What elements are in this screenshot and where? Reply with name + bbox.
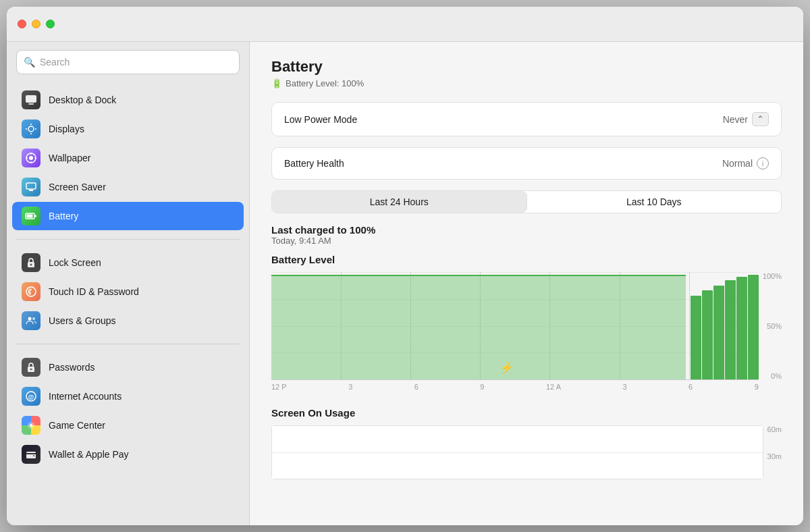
svg-point-10: [30, 161, 32, 163]
svg-point-2: [28, 126, 34, 132]
sidebar-item-users-groups[interactable]: Users & Groups: [12, 307, 244, 335]
x-label-12p: 12 P: [271, 383, 287, 391]
battery-health-label: Battery Health: [284, 158, 344, 169]
charged-section: Last charged to 100% Today, 9:41 AM: [271, 224, 782, 246]
battery-chart-section: Battery Level: [271, 254, 782, 394]
wallpaper-icon: [22, 149, 40, 167]
low-power-card: Low Power Mode Never ⌃: [271, 102, 782, 136]
passwords-icon: [22, 358, 40, 377]
x-label-9a: 9: [480, 383, 484, 391]
minimize-button[interactable]: [32, 20, 40, 28]
sidebar-item-battery[interactable]: Battery: [12, 202, 244, 230]
screen-grid-mid: [272, 452, 763, 453]
bar-3: [713, 286, 724, 380]
search-box[interactable]: 🔍 Search: [16, 50, 240, 74]
sidebar-item-desktop-dock[interactable]: Desktop & Dock: [12, 86, 244, 114]
screen-y-30m: 30m: [767, 452, 782, 460]
sidebar-section-accounts: Passwords @ Internet Accounts: [7, 350, 249, 472]
svg-rect-17: [27, 215, 33, 218]
sidebar-label-internet-accounts: Internet Accounts: [49, 391, 122, 402]
svg-rect-13: [26, 183, 36, 189]
svg-point-29: [30, 424, 32, 427]
internet-accounts-icon: @: [22, 387, 40, 406]
svg-point-19: [30, 264, 32, 266]
chart-x-labels: 12 P 3 6 9 12 A 3 6 9: [271, 380, 759, 391]
svg-rect-30: [26, 452, 36, 458]
maximize-button[interactable]: [46, 20, 55, 28]
sidebar-label-game-center: Game Center: [49, 420, 105, 431]
x-label-12: 12 A: [546, 383, 561, 391]
battery-level-icon: 🔋: [271, 78, 282, 88]
divider-1: [16, 239, 240, 240]
tab-last-10-days[interactable]: Last 10 Days: [527, 191, 782, 213]
sidebar-item-wallet[interactable]: Wallet & Apple Pay: [12, 440, 244, 469]
sidebar-label-displays: Displays: [49, 124, 84, 134]
game-center-icon: [22, 416, 40, 435]
y-label-100: 100%: [763, 272, 782, 280]
low-power-row: Low Power Mode Never ⌃: [272, 103, 781, 136]
battery-level-chart-title: Battery Level: [271, 254, 782, 265]
sidebar-item-screen-saver[interactable]: Screen Saver: [12, 173, 244, 201]
vgrid-6: [689, 272, 690, 379]
battery-health-value-text: Normal: [722, 158, 753, 169]
sidebar-item-internet-accounts[interactable]: @ Internet Accounts: [12, 382, 244, 410]
lock-screen-icon: [22, 253, 40, 272]
page-subtitle: 🔋 Battery Level: 100%: [271, 78, 782, 88]
titlebar: [7, 7, 803, 42]
screen-chart-area: [271, 425, 763, 479]
sidebar: 🔍 Search Desktop & Dock: [7, 42, 250, 525]
sidebar-label-wallet: Wallet & Apple Pay: [49, 449, 129, 460]
x-label-3a: 3: [348, 383, 352, 391]
tab-last-24-hours[interactable]: Last 24 Hours: [272, 191, 526, 213]
battery-chart-area: ⚡: [271, 272, 759, 380]
low-power-label: Low Power Mode: [284, 114, 357, 125]
sidebar-label-users-groups: Users & Groups: [49, 315, 116, 326]
x-label-6b: 6: [688, 383, 693, 391]
screen-y-60m: 60m: [767, 425, 782, 433]
battery-health-value: Normal i: [722, 157, 769, 169]
bar-6: [748, 275, 759, 379]
touch-id-icon: [22, 282, 40, 301]
sidebar-label-screen-saver: Screen Saver: [49, 182, 106, 192]
main-content: Battery 🔋 Battery Level: 100% Low Power …: [250, 42, 803, 525]
charged-title: Last charged to 100%: [271, 224, 782, 236]
battery-fill-main: [271, 275, 686, 379]
svg-rect-0: [26, 95, 36, 103]
battery-health-card: Battery Health Normal i: [271, 147, 782, 180]
svg-rect-25: [30, 369, 32, 370]
sidebar-label-lock-screen: Lock Screen: [49, 257, 101, 268]
battery-health-info-icon[interactable]: i: [757, 157, 769, 169]
page-title: Battery: [271, 58, 782, 76]
sidebar-item-passwords[interactable]: Passwords: [12, 353, 244, 381]
bar-1: [691, 296, 701, 379]
svg-point-20: [26, 287, 36, 296]
screen-usage-section: Screen On Usage 60m 30m: [271, 407, 782, 479]
svg-point-23: [32, 317, 35, 320]
x-label-3b: 3: [622, 383, 626, 391]
sidebar-item-displays[interactable]: Displays: [12, 115, 244, 143]
svg-point-9: [30, 153, 32, 154]
svg-rect-31: [26, 453, 36, 454]
sidebar-item-game-center[interactable]: Game Center: [12, 411, 244, 440]
sidebar-item-touch-id[interactable]: Touch ID & Password: [12, 277, 244, 306]
sidebar-item-lock-screen[interactable]: Lock Screen: [12, 248, 244, 277]
svg-point-22: [28, 317, 32, 321]
sidebar-label-touch-id: Touch ID & Password: [49, 286, 139, 297]
svg-text:@: @: [28, 394, 34, 400]
charged-sub: Today, 9:41 AM: [271, 236, 782, 246]
battery-level-text: Battery Level: 100%: [286, 78, 364, 88]
sidebar-item-wallpaper[interactable]: Wallpaper: [12, 144, 244, 172]
desktop-dock-icon: [22, 90, 40, 109]
search-container: 🔍 Search: [7, 42, 249, 82]
close-button[interactable]: [18, 20, 26, 28]
x-label-9b: 9: [755, 383, 759, 391]
battery-fill-recent: [691, 275, 759, 379]
low-power-stepper[interactable]: ⌃: [752, 112, 769, 126]
low-power-value[interactable]: Never ⌃: [723, 112, 769, 126]
sidebar-section-security: Lock Screen Touch ID & Password: [7, 245, 249, 338]
svg-point-8: [29, 156, 33, 160]
y-label-50: 50%: [767, 322, 782, 330]
content-area: 🔍 Search Desktop & Dock: [7, 42, 803, 525]
wallet-icon: [22, 445, 40, 464]
svg-rect-16: [35, 215, 37, 217]
